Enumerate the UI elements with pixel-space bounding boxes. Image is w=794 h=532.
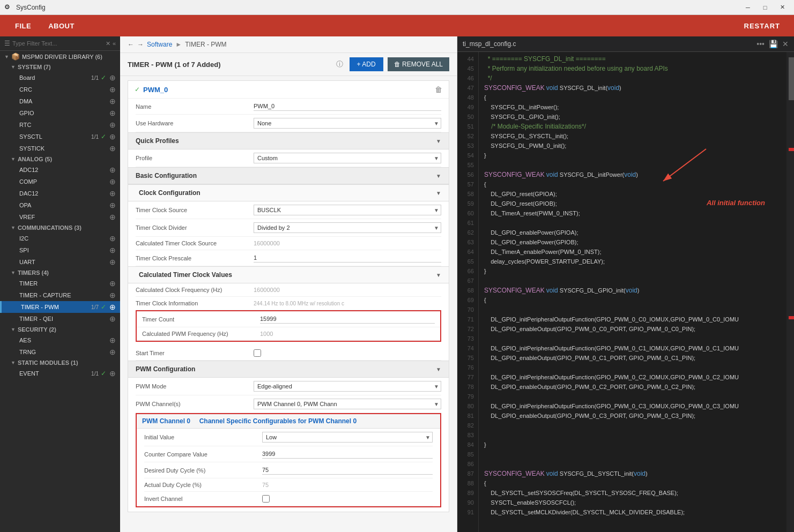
line-number: 62	[457, 228, 478, 237]
initial-value-select[interactable]: Low	[262, 432, 433, 443]
sidebar-item-timer-pwm[interactable]: TIMER - PWM 1/7 ✓ ⊕	[0, 301, 120, 313]
add-dac12-icon[interactable]: ⊕	[109, 189, 116, 198]
timer-clock-divider-select[interactable]: Divided by 2	[254, 222, 441, 233]
calc-timer-clock-section[interactable]: Calculated Timer Clock Values ▼	[128, 266, 449, 283]
quick-profiles-section[interactable]: Quick Profiles ▼	[128, 132, 449, 149]
sidebar-item-timer-capture[interactable]: TIMER - CAPTURE ⊕	[0, 289, 120, 301]
name-input[interactable]	[254, 102, 441, 111]
add-dma-icon[interactable]: ⊕	[109, 97, 116, 106]
clock-config-content: Timer Clock Source BUSCLK ▼ Timer Clock …	[128, 201, 449, 266]
pwm-channels-select[interactable]: PWM Channel 0, PWM Chann	[254, 399, 441, 409]
sidebar-section-static[interactable]: ▼ STATIC MODULES (1)	[0, 358, 120, 368]
close-code-icon[interactable]: ✕	[782, 40, 789, 48]
forward-button[interactable]: →	[137, 41, 144, 48]
scroll-thumb[interactable]	[789, 57, 794, 100]
sidebar-item-i2c[interactable]: I2C ⊕	[0, 233, 120, 244]
back-button[interactable]: ←	[128, 41, 134, 48]
sidebar-item-systick[interactable]: SYSTICK ⊕	[0, 143, 120, 154]
sidebar-item-uart[interactable]: UART ⊕	[0, 256, 120, 268]
sidebar-item-sysctl[interactable]: SYSCTL 1/1 ✓ ⊕	[0, 131, 120, 143]
module-delete-icon[interactable]: 🗑	[435, 85, 442, 94]
maximize-button[interactable]: □	[758, 2, 773, 13]
save-icon[interactable]: 💾	[769, 40, 778, 48]
invert-channel-checkbox[interactable]	[262, 495, 270, 503]
sidebar-item-aes[interactable]: AES ⊕	[0, 334, 120, 346]
sidebar-section-timers[interactable]: ▼ TIMERS (4)	[0, 268, 120, 278]
sidebar-item-adc12[interactable]: ADC12 ⊕	[0, 164, 120, 176]
sidebar-item-board[interactable]: Board 1/1 ✓ ⊕	[0, 72, 120, 84]
counter-compare-input[interactable]	[262, 449, 433, 459]
pwm-mode-select[interactable]: Edge-aligned	[254, 381, 441, 392]
add-vref-icon[interactable]: ⊕	[109, 213, 116, 221]
more-options-icon[interactable]: •••	[756, 40, 765, 48]
line-number: 91	[457, 507, 478, 517]
sidebar-item-opa[interactable]: OPA ⊕	[0, 199, 120, 211]
add-trng-icon[interactable]: ⊕	[109, 348, 116, 356]
sidebar-item-dma[interactable]: DMA ⊕	[0, 95, 120, 107]
add-timer-icon[interactable]: ⊕	[109, 279, 116, 288]
center-panel: ← → Software ► TIMER - PWM TIMER - PWM (…	[120, 36, 457, 532]
add-sysctl-icon[interactable]: ⊕	[109, 132, 116, 141]
sidebar-item-rtc[interactable]: RTC ⊕	[0, 119, 120, 131]
status-ok-pwm-icon: ✓	[101, 303, 106, 311]
sidebar-section-communications[interactable]: ▼ COMMUNICATIONS (3)	[0, 223, 120, 233]
sidebar-item-dac12[interactable]: DAC12 ⊕	[0, 188, 120, 199]
pwm-config-section[interactable]: PWM Configuration ▼	[128, 361, 449, 378]
timer-clock-source-select[interactable]: BUSCLK	[254, 205, 441, 215]
add-systick-icon[interactable]: ⊕	[109, 144, 116, 153]
add-gpio-icon[interactable]: ⊕	[109, 109, 116, 117]
add-adc12-icon[interactable]: ⊕	[109, 166, 116, 174]
sidebar-item-trng[interactable]: TRNG ⊕	[0, 346, 120, 358]
sidebar-item-crc[interactable]: CRC ⊕	[0, 84, 120, 95]
add-timer-capture-icon[interactable]: ⊕	[109, 291, 116, 299]
pwm-channels-wrapper: PWM Channel 0, PWM Chann ▼	[254, 399, 441, 409]
timer-clock-divider-label: Timer Clock Divider	[136, 224, 254, 231]
sidebar-section-analog[interactable]: ▼ ANALOG (5)	[0, 154, 120, 164]
add-button[interactable]: + ADD	[350, 57, 383, 71]
sidebar-item-gpio[interactable]: GPIO ⊕	[0, 107, 120, 119]
line-number: 67	[457, 276, 478, 286]
sidebar-library-root[interactable]: ▼ 📦 MSPM0 DRIVER LIBRARY (6)	[0, 51, 120, 62]
use-hardware-select[interactable]: None	[254, 118, 441, 129]
add-i2c-icon[interactable]: ⊕	[109, 234, 116, 243]
sidebar-item-timer[interactable]: TIMER ⊕	[0, 278, 120, 289]
sidebar-section-security[interactable]: ▼ SECURITY (2)	[0, 325, 120, 334]
expand-arrow: ▼	[11, 270, 16, 275]
minimize-button[interactable]: ─	[740, 2, 755, 13]
clear-filter-icon[interactable]: ✕	[106, 40, 110, 47]
start-timer-checkbox[interactable]	[254, 349, 261, 357]
sidebar-item-timer-qei[interactable]: TIMER - QEI ⊕	[0, 313, 120, 325]
filter-input[interactable]	[12, 40, 103, 47]
timer-count-input[interactable]	[260, 314, 435, 324]
breadcrumb-software[interactable]: Software	[147, 41, 172, 48]
clock-config-section[interactable]: Clock Configuration ▼	[128, 184, 449, 201]
remove-all-button[interactable]: 🗑 REMOVE ALL	[388, 57, 449, 71]
menu-about[interactable]: ABOUT	[40, 15, 83, 36]
profile-select[interactable]: Custom	[254, 153, 441, 163]
desired-duty-input[interactable]	[262, 466, 433, 475]
scrollbar-area[interactable]	[786, 52, 794, 532]
sidebar-section-system[interactable]: ▼ SYSTEM (7)	[0, 62, 120, 72]
add-comp-icon[interactable]: ⊕	[109, 177, 116, 186]
add-timer-pwm-icon[interactable]: ⊕	[109, 303, 116, 311]
add-crc-icon[interactable]: ⊕	[109, 85, 116, 94]
add-opa-icon[interactable]: ⊕	[109, 201, 116, 209]
menu-file[interactable]: FILE	[6, 15, 40, 36]
basic-config-section[interactable]: Basic Configuration ▼	[128, 167, 449, 184]
add-board-icon[interactable]: ⊕	[109, 73, 116, 82]
clock-config-title: Clock Configuration	[139, 189, 436, 197]
timer-clock-prescale-input[interactable]	[254, 253, 441, 263]
sidebar-item-event[interactable]: EVENT 1/1 ✓ ⊕	[0, 368, 120, 379]
sidebar-item-comp[interactable]: COMP ⊕	[0, 176, 120, 188]
sidebar-item-vref[interactable]: VREF ⊕	[0, 211, 120, 223]
add-uart-icon[interactable]: ⊕	[109, 258, 116, 266]
add-aes-icon[interactable]: ⊕	[109, 336, 116, 344]
add-timer-qei-icon[interactable]: ⊕	[109, 314, 116, 323]
add-event-icon[interactable]: ⊕	[109, 369, 116, 378]
add-spi-icon[interactable]: ⊕	[109, 246, 116, 254]
restart-button[interactable]: RESTART	[737, 19, 788, 33]
sidebar-item-spi[interactable]: SPI ⊕	[0, 244, 120, 256]
close-button[interactable]: ✕	[775, 2, 790, 13]
collapse-icon[interactable]: «	[113, 40, 116, 47]
add-rtc-icon[interactable]: ⊕	[109, 121, 116, 129]
